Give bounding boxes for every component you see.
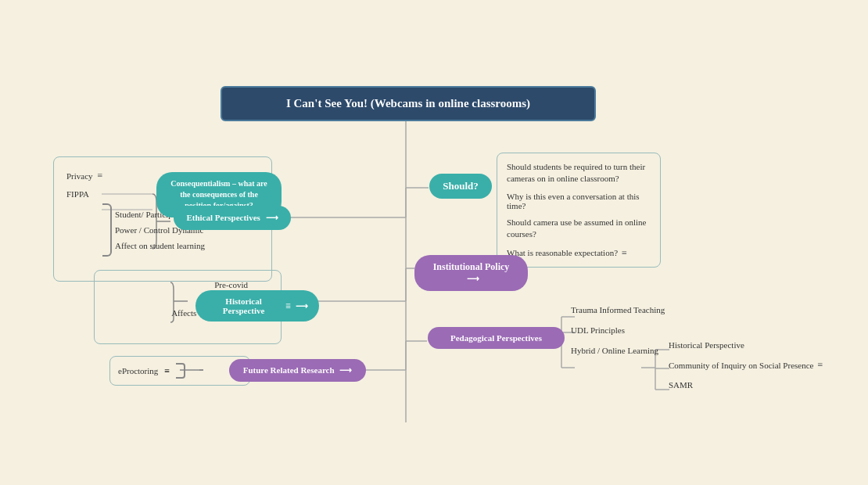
historical-perspective-box[interactable]: Historical Perspective ≡ ⟶ [195,290,319,322]
should-q2: Why is this even a conversation at this … [507,192,651,210]
affect-learning: Affect on student learning [115,241,208,250]
institutional-policy-box[interactable]: Institutional Policy ⟶ [414,255,528,291]
eproctoring-label: eProctoring [118,366,158,375]
historical-perspective-text: Historical Perspective [206,296,281,315]
future-research-box[interactable]: Future Related Research ⟶ [229,359,366,382]
future-research-text: Future Related Research [243,365,335,375]
udl-label: UDL Principles [571,325,665,335]
hybrid-label: Hybrid / Online Learning [571,346,658,355]
institutional-policy-text: Institutional Policy [433,261,510,272]
privacy-label: Privacy [66,171,93,181]
pedagogical-text: Pedagogical Perspectives [450,333,542,343]
should-q3: Should camera use be assumed in online c… [507,217,651,241]
hybrid-sub-items: Historical Perspective Community of Inqu… [669,340,823,390]
should-q1: Should students be required to turn thei… [507,161,651,185]
samr-sub: SAMR [669,380,823,390]
title-box: I Can't See You! (Webcams in online clas… [221,86,596,121]
pedagogical-items: Trauma Informed Teaching UDL Principles … [571,305,665,355]
title-text: I Can't See You! (Webcams in online clas… [286,97,530,110]
ethical-perspectives-box[interactable]: Ethical Perspectives ⟶ [174,206,291,230]
pre-covid: Pre-covid [104,280,248,289]
fippa-label: FIPPA [66,189,89,199]
should-q4: What is reasonable expectation? [507,248,618,257]
ethical-perspectives-text: Ethical Perspectives [186,213,260,222]
pedagogical-perspectives-box[interactable]: Pedagogical Perspectives [428,327,565,349]
community-sub: Community of Inquiry on Social Presence [669,361,813,370]
trauma-label: Trauma Informed Teaching [571,305,665,314]
should-questions-box: Should students be required to turn thei… [497,153,661,268]
should-box[interactable]: Should? [429,174,492,199]
should-text: Should? [443,180,479,192]
historical-sub: Historical Perspective [669,340,823,350]
